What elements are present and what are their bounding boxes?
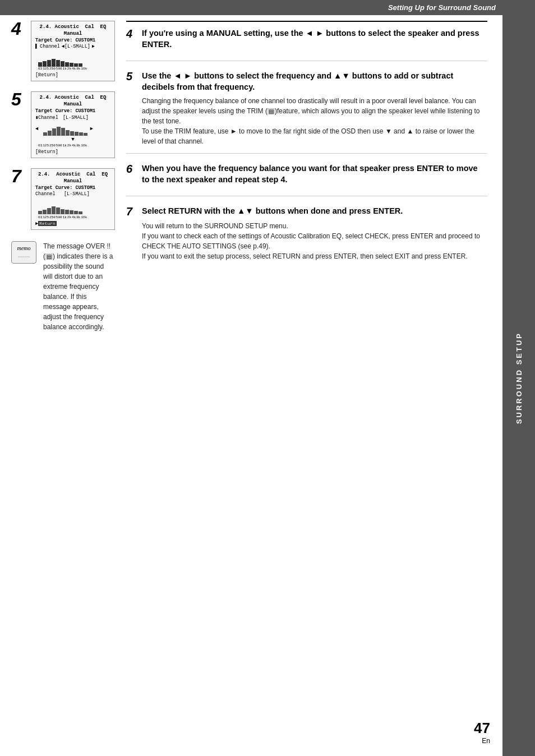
step5-title: Use the ◄ ► buttons to select the freque… xyxy=(142,70,487,93)
step4-screen: 2.4. Acoustic Cal EQ Manual Target Curve… xyxy=(31,21,115,81)
memo-text: The message OVER !! (▤) indicates there … xyxy=(43,241,115,332)
step7-body-p3: If you want to exit the setup process, s… xyxy=(142,251,487,261)
screen7-return-highlight: Return xyxy=(38,221,57,226)
left-screenshots: 4 2.4. Acoustic Cal EQ Manual Target Cur… xyxy=(11,21,115,332)
screen7-eq-labels: 631252505001k2k4k8k16k xyxy=(38,215,110,219)
memo-icon: memo ~~~~~ xyxy=(11,241,36,264)
screen5-subtitle: Manual xyxy=(35,102,110,107)
step5-block: 5 2.4. Acoustic Cal EQ Manual Target Cur… xyxy=(11,91,115,158)
step5-body-p1: Changing the frequency balance of one ch… xyxy=(142,96,487,126)
screen5-return: [Return] xyxy=(35,149,110,155)
screen7-channel: Channel [L·SMALL] xyxy=(35,191,110,197)
step7-block: 7 2.4. Acoustic Cal EQ Manual Target Cur… xyxy=(11,168,115,230)
screen4-eq xyxy=(38,51,110,67)
step4-heading: 4 If you're using a MANUAL setting, use … xyxy=(126,27,487,50)
screen5-title: 2.4. Acoustic Cal EQ xyxy=(35,95,110,100)
step4-num: 4 xyxy=(126,27,142,40)
step4-number-left: 4 xyxy=(11,20,31,38)
screen4-return: [Return] xyxy=(35,72,110,78)
screen7-target: Target Curve: CUSTOM1 xyxy=(35,185,110,191)
step5-number-left: 5 xyxy=(11,90,31,108)
screen7-subtitle: Manual xyxy=(35,178,110,184)
screen5-eq-labels: 631252505001k2k4k8k16k xyxy=(38,144,110,147)
screen4-subtitle: Manual xyxy=(35,31,110,36)
step7-title: Select RETURN with the ▲▼ buttons when d… xyxy=(142,205,403,216)
step4-title: If you're using a MANUAL setting, use th… xyxy=(142,27,487,50)
step6-title: When you have the frequency balance you … xyxy=(142,163,487,186)
page-lang: En xyxy=(482,737,490,745)
screen4-eq-labels: 631252505001k2k4k8k16k xyxy=(38,67,110,71)
step5-screen: 2.4. Acoustic Cal EQ Manual Target Curve… xyxy=(31,91,115,158)
main-content: 4 2.4. Acoustic Cal EQ Manual Target Cur… xyxy=(0,15,535,283)
header-title: Setting Up for Surround Sound xyxy=(388,3,496,12)
step7-screen: 2.4. Acoustic Cal EQ Manual Target Curve… xyxy=(31,168,115,230)
page-header: Setting Up for Surround Sound xyxy=(0,0,535,15)
step7-body-p2: If you want to check each of the setting… xyxy=(142,231,487,251)
step5-body: Changing the frequency balance of one ch… xyxy=(126,96,487,146)
section-divider-top xyxy=(126,21,487,22)
memo-block: memo ~~~~~ The message OVER !! (▤) indic… xyxy=(11,241,115,332)
step5-heading: 5 Use the ◄ ► buttons to select the freq… xyxy=(126,70,487,93)
step5-right: 5 Use the ◄ ► buttons to select the freq… xyxy=(126,70,487,154)
screen5-arrows: ◄ ► xyxy=(35,122,110,136)
screen4-target: Target Curve: CUSTOM1 xyxy=(35,38,110,43)
page-footer: 47 En xyxy=(474,720,490,745)
screen5-channel: ▮Channel [L·SMALL] xyxy=(35,114,110,121)
trim-icon2: ▤ xyxy=(268,108,275,114)
screen7-eq xyxy=(38,199,110,214)
right-content: 4 If you're using a MANUAL setting, use … xyxy=(126,21,493,268)
screen7-title: 2.4. Acoustic Cal EQ xyxy=(35,172,110,177)
sidebar-label: SURROUND SETUP xyxy=(515,332,523,424)
step7-number-left: 7 xyxy=(11,167,31,185)
step7-body-p1: You will return to the SURROUND SETUP me… xyxy=(142,221,487,231)
page-number: 47 xyxy=(474,720,490,737)
screen4-channel: ▌ Channel ◄[L·SMALL] ► xyxy=(35,44,110,49)
step7-body: You will return to the SURROUND SETUP me… xyxy=(126,221,487,261)
step6-right: 6 When you have the frequency balance yo… xyxy=(126,163,487,196)
trim-icon: ▤ xyxy=(45,253,53,260)
screen7-return: ►Return xyxy=(35,221,110,227)
step5-num: 5 xyxy=(126,70,142,82)
screen5-target: Target Curve: CUSTOM1 xyxy=(35,108,110,114)
step6-num: 6 xyxy=(126,163,142,175)
step4-right: 4 If you're using a MANUAL setting, use … xyxy=(126,27,487,61)
step4-block: 4 2.4. Acoustic Cal EQ Manual Target Cur… xyxy=(11,21,115,81)
step6-heading: 6 When you have the frequency balance yo… xyxy=(126,163,487,186)
step7-right: 7 Select RETURN with the ▲▼ buttons when… xyxy=(126,205,487,268)
screen4-title: 2.4. Acoustic Cal EQ xyxy=(35,24,110,30)
screen5-down-arrow: ▼ xyxy=(35,137,110,142)
step5-body-p2: To use the TRIM feature, use ► to move t… xyxy=(142,126,487,146)
step7-num: 7 xyxy=(126,205,142,218)
screen5-eq xyxy=(43,122,87,136)
step7-heading: 7 Select RETURN with the ▲▼ buttons when… xyxy=(126,205,487,218)
